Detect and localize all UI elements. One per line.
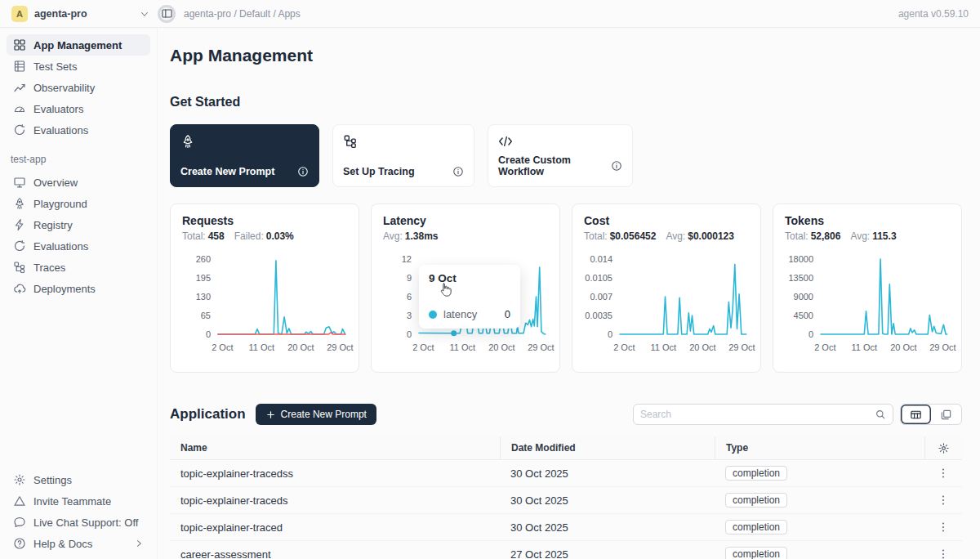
cell-type: completion — [715, 493, 924, 508]
sidebar-app-nav: OverviewPlaygroundRegistryEvaluationsTra… — [7, 172, 150, 299]
cloud-icon — [13, 282, 26, 295]
sidebar-item-label: Observability — [33, 82, 95, 94]
tooltip-date: 9 Oct — [429, 272, 510, 284]
card-view-icon — [940, 409, 952, 421]
testset-icon — [13, 60, 26, 73]
sidebar-item-label: Test Sets — [33, 60, 77, 73]
metric-card-requests: RequestsTotal:458Failed:0.03%26019513065… — [170, 203, 359, 373]
row-menu-icon[interactable] — [937, 548, 950, 559]
chart-plot-tokens[interactable]: 2 Oct11 Oct20 Oct29 Oct — [821, 253, 950, 340]
y-axis-labels: 1800013500900045000 — [785, 253, 821, 340]
chevron-down-icon — [140, 9, 149, 19]
sidebar-item-label: Evaluators — [33, 103, 83, 115]
sidebar-item-registry[interactable]: Registry — [7, 214, 150, 235]
application-section-header: Application Create New Prompt — [170, 404, 962, 425]
cell-name: career-assessment — [170, 548, 500, 559]
sidebar-item-app-management[interactable]: App Management — [7, 34, 150, 56]
sidebar-item-evaluations[interactable]: Evaluations — [7, 119, 150, 141]
row-menu-icon[interactable] — [937, 521, 950, 534]
metric-card-tokens: TokensTotal:52,806Avg:115.31800013500900… — [773, 203, 962, 373]
metric-stats: Total:$0.056452Avg:$0.000123 — [584, 230, 749, 242]
chart-plot-requests[interactable]: 2 Oct11 Oct20 Oct29 Oct — [218, 253, 347, 340]
breadcrumb: agenta-pro / Default / Apps — [184, 8, 301, 20]
sidebar-item-test-sets[interactable]: Test Sets — [7, 56, 150, 77]
sidebar-item-help-docs[interactable]: Help & Docs — [7, 533, 150, 554]
sidebar-item-observability[interactable]: Observability — [7, 77, 150, 98]
chart-tooltip: 9 Oct latency 0 — [419, 265, 520, 329]
search-box — [633, 404, 893, 425]
create-new-prompt-button[interactable]: Create New Prompt — [256, 404, 376, 425]
sidebar-item-settings[interactable]: Settings — [7, 469, 150, 490]
sidebar-item-overview[interactable]: Overview — [7, 172, 150, 193]
card-view-button[interactable] — [931, 405, 961, 424]
column-header-date-modified[interactable]: Date Modified — [500, 436, 715, 459]
sidebar-collapse-button[interactable] — [158, 5, 176, 23]
metric-card-cost: CostTotal:$0.056452Avg:$0.0001230.0140.0… — [572, 203, 761, 373]
sidebar-bottom-nav: SettingsInvite TeammateLive Chat Support… — [7, 469, 150, 554]
sidebar-item-label: Traces — [33, 262, 65, 274]
get-started-card-label: Create New Prompt — [180, 166, 274, 177]
table-row[interactable]: topic-explainer-tracedss30 Oct 2025compl… — [170, 460, 962, 487]
sidebar-item-evaluators[interactable]: Evaluators — [7, 98, 150, 119]
row-menu-icon[interactable] — [937, 467, 950, 480]
main-content: App Management Get Started Create New Pr… — [158, 28, 980, 559]
sidebar-item-deployments[interactable]: Deployments — [7, 278, 150, 299]
get-started-card-set-up-tracing[interactable]: Set Up Tracing — [332, 124, 474, 187]
column-settings-gear-icon[interactable] — [938, 442, 950, 454]
tree-icon — [13, 261, 26, 274]
gear-icon — [13, 473, 26, 486]
metric-stat: Avg:115.3 — [850, 230, 896, 242]
sidebar-item-label: Overview — [33, 177, 78, 189]
y-axis-labels: 129630 — [383, 253, 419, 340]
table-tools — [633, 404, 962, 425]
sidebar-item-evaluations[interactable]: Evaluations — [7, 235, 150, 257]
get-started-card-label: Set Up Tracing — [343, 166, 415, 177]
search-icon[interactable] — [875, 409, 886, 420]
row-menu-icon[interactable] — [937, 494, 950, 507]
legend-dot-icon — [429, 311, 437, 319]
table-row[interactable]: topic-explainer-traced30 Oct 2025complet… — [170, 514, 962, 541]
metric-title: Tokens — [785, 214, 950, 227]
cell-date-modified: 30 Oct 2025 — [500, 467, 715, 480]
cell-type: completion — [715, 547, 924, 559]
workspace-selector[interactable]: A agenta-pro — [0, 6, 158, 22]
sidebar-item-label: Playground — [33, 198, 87, 210]
application-title: Application — [170, 406, 246, 423]
column-header-name[interactable]: Name — [170, 436, 500, 459]
grid-icon — [13, 38, 26, 51]
metric-stats: Total:458Failed:0.03% — [182, 230, 347, 242]
sidebar-item-label: Evaluations — [33, 240, 88, 253]
loop-icon — [13, 239, 26, 253]
topbar: A agenta-pro agenta-pro / Default / Apps… — [0, 0, 980, 28]
get-started-card-label: Create Custom Workflow — [498, 154, 606, 177]
metric-stat: Total:$0.056452 — [584, 230, 656, 242]
get-started-card-create-new-prompt[interactable]: Create New Prompt — [170, 124, 319, 187]
table-row[interactable]: career-assessment27 Oct 2025completion — [170, 541, 962, 559]
chat-icon — [13, 516, 26, 529]
sidebar-item-traces[interactable]: Traces — [7, 257, 150, 278]
plus-icon — [265, 409, 276, 420]
info-icon — [611, 160, 622, 172]
chevright-icon — [134, 539, 144, 548]
table-view-button[interactable] — [901, 405, 931, 424]
chart-plot-cost[interactable]: 2 Oct11 Oct20 Oct29 Oct — [620, 253, 749, 340]
sidebar-item-playground[interactable]: Playground — [7, 193, 150, 214]
chart-icon — [13, 81, 26, 94]
cell-type: completion — [715, 520, 924, 534]
sidebar-item-label: Live Chat Support: Off — [33, 517, 138, 529]
metric-title: Requests — [182, 214, 347, 227]
get-started-card-create-custom-workflow[interactable]: Create Custom Workflow — [488, 124, 633, 187]
search-input[interactable] — [640, 409, 870, 420]
monitor-icon — [13, 176, 26, 189]
sidebar-item-invite-teammate[interactable]: Invite Teammate — [7, 490, 150, 512]
rocket-icon — [180, 134, 195, 149]
table-row[interactable]: topic-explainer-traceds30 Oct 2025comple… — [170, 487, 962, 514]
sidebar-item-label: App Management — [33, 39, 122, 51]
metric-stats: Avg:1.38ms — [383, 230, 548, 242]
loop-icon — [13, 123, 26, 136]
workspace-avatar: A — [11, 6, 28, 22]
metric-title: Cost — [584, 214, 749, 227]
sidebar-item-live-chat-support-off[interactable]: Live Chat Support: Off — [7, 512, 150, 533]
column-header-type[interactable]: Type — [715, 436, 924, 459]
cell-name: topic-explainer-traced — [170, 521, 500, 534]
